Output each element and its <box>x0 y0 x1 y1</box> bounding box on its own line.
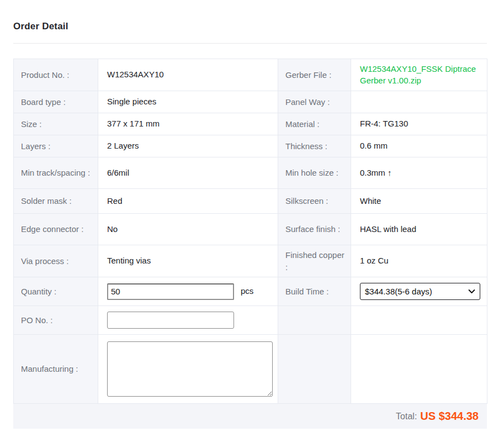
finished-copper-label: Finished copper : <box>278 245 351 277</box>
po-no-label: PO No. : <box>14 306 98 335</box>
table-row: Min track/spacing : 6/6mil Min hole size… <box>14 157 487 189</box>
build-time-select[interactable]: $344.38(5-6 days) <box>360 283 480 300</box>
quantity-unit: pcs <box>241 286 253 297</box>
build-time-label: Build Time : <box>278 277 351 306</box>
via-process-value: Tenting vias <box>98 245 278 277</box>
table-row: Edge connector : No Surface finish : HAS… <box>14 214 487 245</box>
total-amount: US $344.38 <box>420 410 479 423</box>
solder-mask-value: Red <box>98 189 278 214</box>
table-row: Product No. : W12534AXY10 Gerber File : … <box>14 59 487 91</box>
gerber-file-label: Gerber File : <box>278 59 351 91</box>
min-hole-size-label: Min hole size : <box>278 157 351 189</box>
manufacturing-textarea[interactable] <box>107 341 273 397</box>
order-detail-table: Product No. : W12534AXY10 Gerber File : … <box>13 59 487 404</box>
surface-finish-label: Surface finish : <box>278 214 351 245</box>
table-row: Board type : Single pieces Panel Way : <box>14 91 487 113</box>
manufacturing-row-empty-value-cell <box>351 335 487 404</box>
order-detail-page: Order Detail Product No. : W12534AXY10 G… <box>0 0 504 432</box>
table-row: Quantity : pcs Build Time : $344.38(5-6 … <box>14 277 487 306</box>
min-hole-size-value: 0.3mm ↑ <box>351 157 487 189</box>
layers-value: 2 Layers <box>98 135 278 157</box>
table-row: Layers : 2 Layers Thickness : 0.6 mm <box>14 135 487 157</box>
edge-connector-label: Edge connector : <box>14 214 98 245</box>
board-type-label: Board type : <box>14 91 98 113</box>
table-row: Solder mask : Red Silkscreen : White <box>14 189 487 214</box>
quantity-label: Quantity : <box>14 277 98 306</box>
panel-way-label: Panel Way : <box>278 91 351 113</box>
po-row-empty-label-cell <box>278 306 351 335</box>
size-value: 377 x 171 mm <box>98 113 278 135</box>
thickness-value: 0.6 mm <box>351 135 487 157</box>
product-no-value: W12534AXY10 <box>98 59 278 91</box>
layers-label: Layers : <box>14 135 98 157</box>
table-row: PO No. : <box>14 306 487 335</box>
table-row: Size : 377 x 171 mm Material : FR-4: TG1… <box>14 113 487 135</box>
silkscreen-label: Silkscreen : <box>278 189 351 214</box>
page-header: Order Detail <box>0 0 504 32</box>
header-divider <box>13 43 487 44</box>
panel-way-value <box>351 91 487 113</box>
min-track-spacing-label: Min track/spacing : <box>14 157 98 189</box>
manufacturing-row-empty-label-cell <box>278 335 351 404</box>
po-row-empty-value-cell <box>351 306 487 335</box>
solder-mask-label: Solder mask : <box>14 189 98 214</box>
material-value: FR-4: TG130 <box>351 113 487 135</box>
table-row: Via process : Tenting vias Finished copp… <box>14 245 487 277</box>
via-process-label: Via process : <box>14 245 98 277</box>
table-row: Manufacturing : <box>14 335 487 404</box>
manufacturing-label: Manufacturing : <box>14 335 98 404</box>
surface-finish-value: HASL with lead <box>351 214 487 245</box>
thickness-label: Thickness : <box>278 135 351 157</box>
gerber-file-link[interactable]: W12534AXY10_FSSK Diptrace Gerber v1.00.z… <box>360 64 480 86</box>
quantity-input[interactable] <box>107 283 234 300</box>
finished-copper-value: 1 oz Cu <box>351 245 487 277</box>
total-label: Total: <box>396 412 417 422</box>
edge-connector-value: No <box>98 214 278 245</box>
material-label: Material : <box>278 113 351 135</box>
product-no-label: Product No. : <box>14 59 98 91</box>
silkscreen-value: White <box>351 189 487 214</box>
size-label: Size : <box>14 113 98 135</box>
po-no-input[interactable] <box>107 312 234 329</box>
board-type-value: Single pieces <box>98 91 278 113</box>
min-track-spacing-value: 6/6mil <box>98 157 278 189</box>
total-bar: Total: US $344.38 <box>13 404 487 429</box>
page-title: Order Detail <box>13 21 487 32</box>
